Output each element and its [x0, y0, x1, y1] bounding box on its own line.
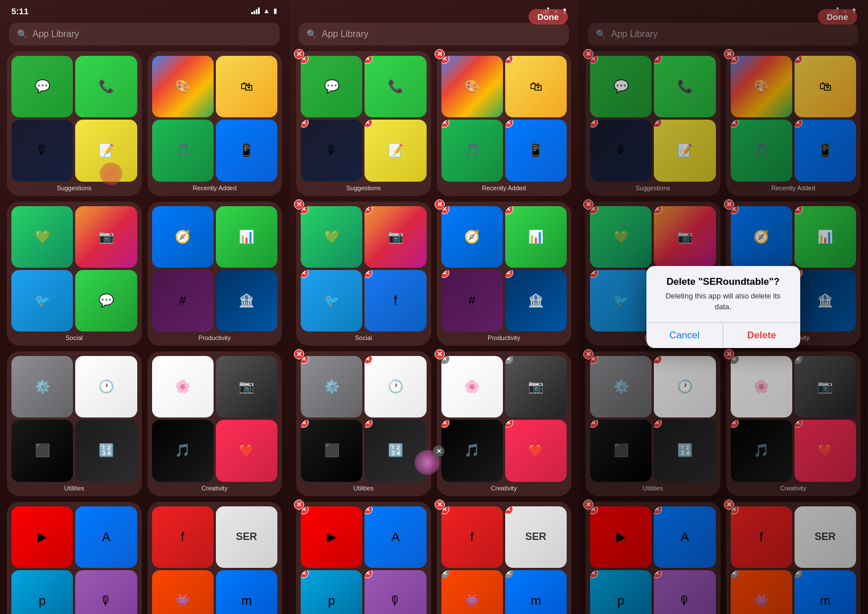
app-youtube-1[interactable]: ▶ — [11, 506, 73, 568]
app-health-2[interactable]: ✕❤️ — [505, 420, 567, 481]
folder-productivity-1[interactable]: 🧭 📊 # 🏦 Productivity — [148, 202, 282, 346]
del-numbers-2[interactable]: ✕ — [505, 206, 513, 214]
app-twitter-1[interactable]: 🐦 — [11, 270, 73, 331]
del-reddit-2[interactable]: ✕ — [441, 570, 449, 578]
del-yono-2[interactable]: ✕ — [505, 270, 513, 278]
folder-creativity-1[interactable]: 🌸 📷 🎵 ❤️ Creativity — [148, 351, 282, 496]
app-tiktok-2[interactable]: ✕🎵 — [441, 420, 503, 481]
app-appstore-1[interactable]: A — [75, 506, 137, 568]
app-reddit-2[interactable]: ✕👾 — [441, 570, 503, 614]
folder-recently-1[interactable]: 🎨 🛍 🎵 📱 Recently Added — [148, 51, 282, 196]
app-settings-1[interactable]: ⚙️ — [11, 356, 73, 417]
folder-recently-inner-2[interactable]: ✕🎨 ✕🛍 ✕🎵 ✕📱 Recently Added — [437, 51, 572, 196]
app-health-1[interactable]: ❤️ — [216, 420, 277, 481]
app-flipkart-2[interactable]: ✕🛍 — [505, 56, 567, 117]
app-instagram-1[interactable]: 📷 — [75, 206, 137, 268]
folder-bottom-left-inner-1[interactable]: ▶ A p 🎙 — [7, 502, 142, 615]
app-camera-2[interactable]: ✕📷 — [505, 356, 567, 417]
alert-delete-button-3[interactable]: Delete — [723, 323, 800, 348]
app-photos-1[interactable]: 🌸 — [152, 356, 214, 417]
app-podcast-1[interactable]: 🎙 — [75, 570, 137, 614]
app-tiktok-1[interactable]: 🎵 — [152, 420, 214, 481]
del-voice-2[interactable]: ✕ — [301, 120, 309, 128]
app-flipkart-1[interactable]: 🛍 — [216, 56, 277, 117]
folder-bottom-right-inner-1[interactable]: f SER 👾 m — [148, 502, 282, 615]
folder-suggestions-2[interactable]: ✕ ✕💬 ✕📞 ✕🎙 ✕📝 — [296, 51, 431, 196]
folder-utilities-inner-2[interactable]: ✕⚙️ ✕🕐 ✕⬛ ✕🔢 Utilities — [296, 351, 431, 496]
del-phone-2[interactable]: ✕ — [365, 56, 372, 64]
app-slack-1[interactable]: # — [152, 270, 214, 331]
app-voice-1[interactable]: 🎙 — [11, 120, 73, 181]
folder-bottom-right-1[interactable]: f SER 👾 m — [148, 502, 282, 615]
app-prime-2[interactable]: ✕p — [301, 570, 362, 614]
app-prime-1[interactable]: p — [11, 570, 73, 614]
folder-utilities-2[interactable]: ✕ ✕⚙️ ✕🕐 ✕⬛ ✕🔢 — [296, 351, 431, 496]
del-watch-2[interactable]: ✕ — [301, 420, 309, 428]
app-watch-1[interactable]: ⬛ — [11, 420, 73, 481]
app-store-sub-2[interactable]: ✕📱 — [505, 120, 567, 181]
app-calculator-1[interactable]: 🔢 — [75, 420, 137, 481]
folder-creativity-2[interactable]: ✕ ✕🌸 ✕📷 ✕🎵 ✕❤️ — [437, 351, 572, 496]
done-button-2[interactable]: Done — [529, 9, 568, 24]
app-whatsapp-1[interactable]: 💚 — [11, 206, 73, 268]
folder-bottom-left-inner-2[interactable]: ✕▶ ✕A ✕p ✕🎙 — [296, 502, 431, 615]
folder-bottom-right-2[interactable]: ✕ ✕f ✕SER ✕👾 ✕m — [437, 502, 572, 615]
del-podcast-2[interactable]: ✕ — [365, 570, 372, 578]
app-clock-2[interactable]: ✕🕐 — [365, 356, 426, 417]
app-whatsapp-2[interactable]: ✕💚 — [301, 206, 362, 268]
del-whatsapp-2[interactable]: ✕ — [301, 206, 309, 214]
app-yono-1[interactable]: 🏦 — [216, 270, 277, 331]
del-ser-2[interactable]: ✕ — [505, 506, 513, 514]
del-flipboard-2[interactable]: ✕ — [441, 506, 449, 514]
del-messages-2[interactable]: ✕ — [301, 56, 309, 64]
del-assistant-2[interactable]: ✕ — [441, 56, 449, 64]
folder-recently-2[interactable]: ✕ ✕🎨 ✕🛍 ✕🎵 ✕📱 — [437, 51, 572, 196]
folder-utilities-1[interactable]: ⚙️ 🕐 ⬛ 🔢 Utilities — [7, 351, 142, 496]
app-instagram-2[interactable]: ✕📷 — [365, 206, 426, 268]
del-tiktok-2[interactable]: ✕ — [441, 420, 449, 428]
folder-bottom-left-2[interactable]: ✕ ✕▶ ✕A ✕p ✕🎙 — [296, 502, 431, 615]
app-yono-2[interactable]: ✕🏦 — [505, 270, 567, 331]
folder-recently-inner-1[interactable]: 🎨 🛍 🎵 📱 Recently Added — [148, 51, 282, 196]
folder-social-inner-2[interactable]: ✕💚 ✕📷 ✕🐦 ✕f Social — [296, 202, 431, 346]
del-photos-2[interactable]: ✕ — [441, 356, 449, 364]
folder-social-inner-1[interactable]: 💚 📷 🐦 💬 Social — [7, 202, 142, 346]
del-appstore-2[interactable]: ✕ — [365, 506, 372, 514]
app-photos-2[interactable]: ✕🌸 — [441, 356, 503, 417]
del-spotify-2[interactable]: ✕ — [441, 120, 449, 128]
del-calculator-2[interactable]: ✕ — [365, 420, 372, 428]
app-ser-1[interactable]: SER — [216, 506, 277, 568]
app-phone-1[interactable]: 📞 — [75, 56, 137, 117]
del-youtube-2[interactable]: ✕ — [301, 506, 309, 514]
folder-creativity-inner-1[interactable]: 🌸 📷 🎵 ❤️ Creativity — [148, 351, 282, 496]
folder-productivity-inner-2[interactable]: ✕🧭 ✕📊 ✕# ✕🏦 Productivity — [437, 202, 572, 346]
del-store-2[interactable]: ✕ — [505, 120, 513, 128]
del-clock-2[interactable]: ✕ — [365, 356, 372, 364]
app-appstore-2[interactable]: ✕A — [365, 506, 426, 568]
folder-social-1[interactable]: 💚 📷 🐦 💬 Social — [7, 202, 142, 346]
del-flipkart-2[interactable]: ✕ — [505, 56, 513, 64]
app-settings-2[interactable]: ✕⚙️ — [301, 356, 362, 417]
app-numbers-2[interactable]: ✕📊 — [505, 206, 567, 268]
app-safari-2[interactable]: ✕🧭 — [441, 206, 503, 268]
app-voice-2[interactable]: ✕🎙 — [301, 120, 362, 181]
folder-social-2[interactable]: ✕ ✕💚 ✕📷 ✕🐦 ✕f — [296, 202, 431, 346]
app-slack-2[interactable]: ✕# — [441, 270, 503, 331]
del-camera-2[interactable]: ✕ — [505, 356, 513, 364]
app-flipboard-2[interactable]: ✕f — [441, 506, 503, 568]
app-imessage-1[interactable]: 💬 — [75, 270, 137, 331]
del-myapp-2[interactable]: ✕ — [505, 570, 513, 578]
app-notes-2[interactable]: ✕📝 — [365, 120, 426, 181]
app-podcast-2[interactable]: ✕🎙 — [365, 570, 426, 614]
app-messages-1[interactable]: 💬 — [11, 56, 73, 117]
folder-utilities-inner-1[interactable]: ⚙️ 🕐 ⬛ 🔢 Utilities — [7, 351, 142, 496]
search-bar-1[interactable]: 🔍 App Library — [9, 23, 280, 46]
app-messages-2[interactable]: ✕💬 — [301, 56, 362, 117]
folder-productivity-2[interactable]: ✕ ✕🧭 ✕📊 ✕# ✕🏦 — [437, 202, 572, 346]
app-twitter-2[interactable]: ✕🐦 — [301, 270, 362, 331]
app-facebook-2[interactable]: ✕f — [365, 270, 426, 331]
app-myapp-1[interactable]: m — [216, 570, 277, 614]
app-clock-1[interactable]: 🕐 — [75, 356, 137, 417]
app-store-sub-1[interactable]: 📱 — [216, 120, 277, 181]
folder-bottom-right-inner-2[interactable]: ✕f ✕SER ✕👾 ✕m — [437, 502, 572, 615]
